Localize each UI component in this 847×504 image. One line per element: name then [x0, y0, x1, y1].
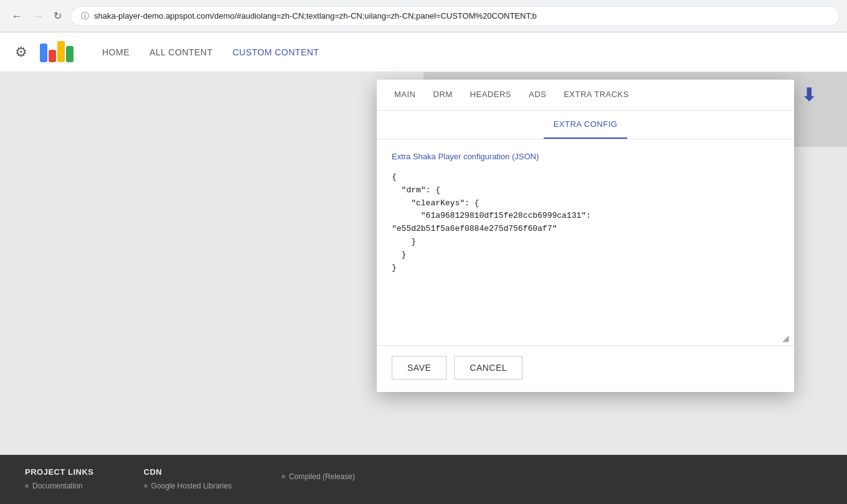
modal-tabs-row1: MAIN DRM HEADERS ADS EXTRA TRACKS: [377, 80, 794, 111]
tab-ads[interactable]: ADS: [521, 80, 554, 110]
svg-rect-2: [57, 41, 65, 62]
logo: [40, 39, 75, 66]
logo-svg: [40, 39, 75, 66]
footer-compiled: Compiled (Release): [282, 467, 355, 492]
download-icon[interactable]: ⬇: [802, 85, 816, 105]
footer-dot-3: [282, 475, 285, 478]
main-nav: HOME ALL CONTENT CUSTOM CONTENT: [102, 45, 319, 60]
nav-buttons: ← → ↻: [7, 7, 65, 24]
footer-item-compiled: Compiled (Release): [282, 472, 355, 481]
modal-tabs-row2: EXTRA CONFIG: [377, 111, 794, 139]
footer-item-google: Google Hosted Libraries: [144, 482, 232, 490]
cancel-button[interactable]: CANCEL: [454, 356, 523, 380]
forward-button[interactable]: →: [29, 8, 47, 24]
tab-main[interactable]: MAIN: [387, 80, 424, 110]
url-text: shaka-player-demo.appspot.com/demo/#audi…: [94, 11, 537, 21]
gear-icon[interactable]: ⚙: [15, 44, 27, 60]
tab-headers[interactable]: HEADERS: [463, 80, 519, 110]
footer-cdn: CDN Google Hosted Libraries: [144, 467, 232, 492]
nav-custom-content[interactable]: CUSTOM CONTENT: [232, 45, 319, 60]
save-button[interactable]: SAVE: [392, 356, 447, 380]
nav-home[interactable]: HOME: [102, 45, 130, 60]
reload-button[interactable]: ↻: [50, 7, 65, 24]
json-editor[interactable]: { "drm": { "clearKeys": { "61a968129810d…: [392, 169, 779, 318]
footer: PROJECT LINKS Documentation CDN Google H…: [0, 455, 847, 504]
app-header: ⚙ HOME ALL CONTENT CUSTOM CONTENT: [0, 32, 847, 72]
modal-actions: SAVE CANCEL: [377, 345, 794, 392]
tab-drm[interactable]: DRM: [426, 80, 460, 110]
modal-content: Extra Shaka Player configuration (JSON) …: [377, 139, 794, 330]
back-button[interactable]: ←: [7, 8, 26, 24]
resize-handle[interactable]: ◢: [377, 330, 794, 345]
address-icon: ⓘ: [81, 11, 89, 22]
footer-section-title-2: CDN: [144, 467, 232, 477]
browser-chrome: ← → ↻ ⓘ shaka-player-demo.appspot.com/de…: [0, 0, 847, 32]
svg-rect-3: [66, 46, 73, 62]
tab-extra-tracks[interactable]: EXTRA TRACKS: [556, 80, 636, 110]
nav-all-content[interactable]: ALL CONTENT: [149, 45, 212, 60]
svg-rect-0: [40, 44, 47, 62]
footer-item-documentation: Documentation: [25, 482, 94, 490]
main-content: shea kle ⬇ PROJECT LINKS Documentation C…: [0, 72, 847, 504]
footer-section-title-1: PROJECT LINKS: [25, 467, 94, 477]
modal-dialog: MAIN DRM HEADERS ADS EXTRA TRACKS EXTRA …: [377, 80, 794, 392]
svg-rect-1: [49, 50, 56, 62]
json-label: Extra Shaka Player configuration (JSON): [392, 152, 779, 161]
footer-project-links: PROJECT LINKS Documentation: [25, 467, 94, 492]
tab-extra-config[interactable]: EXTRA CONFIG: [544, 111, 628, 139]
address-bar[interactable]: ⓘ shaka-player-demo.appspot.com/demo/#au…: [70, 6, 840, 26]
footer-dot-2: [144, 484, 148, 488]
footer-dot: [25, 484, 29, 488]
